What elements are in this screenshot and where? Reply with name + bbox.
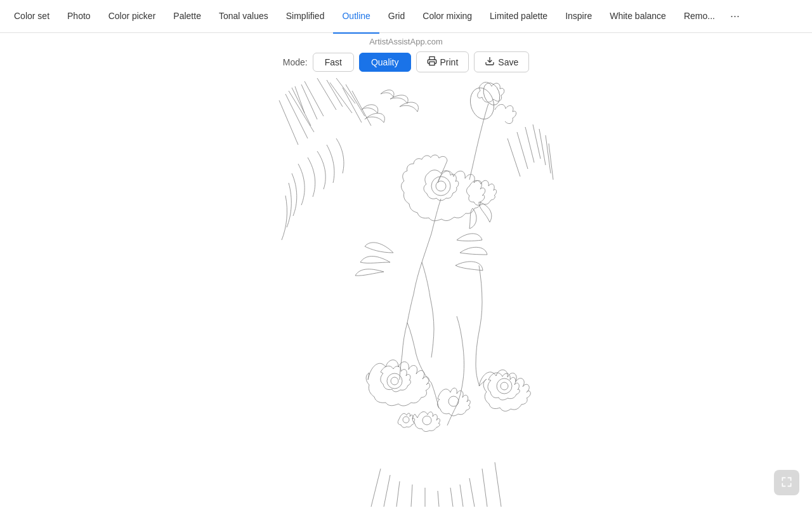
- mode-label: Mode:: [283, 57, 308, 67]
- nav-bar: Color set Photo Color picker Palette Ton…: [0, 0, 812, 33]
- app-subtitle: ArtistAssistApp.com: [0, 37, 812, 46]
- sidebar-item-color-mixing[interactable]: Color mixing: [414, 0, 481, 34]
- outline-drawing: [254, 75, 558, 507]
- svg-line-11: [330, 83, 352, 113]
- svg-point-24: [501, 382, 508, 390]
- svg-point-16: [467, 85, 497, 122]
- sidebar-item-outline[interactable]: Outline: [333, 0, 379, 34]
- sidebar-item-photo[interactable]: Photo: [58, 0, 100, 34]
- svg-line-8: [304, 81, 324, 116]
- sidebar-item-simplified[interactable]: Simplified: [277, 0, 334, 34]
- print-icon: [427, 56, 437, 68]
- svg-line-30: [411, 485, 412, 507]
- svg-line-9: [317, 78, 336, 110]
- save-label: Save: [498, 57, 518, 67]
- svg-line-36: [482, 469, 487, 507]
- canvas-area: [0, 75, 812, 507]
- sidebar-item-grid[interactable]: Grid: [379, 0, 414, 34]
- svg-rect-0: [429, 62, 435, 65]
- mode-fast-button[interactable]: Fast: [313, 53, 354, 72]
- svg-line-40: [525, 127, 534, 163]
- svg-line-33: [450, 488, 453, 507]
- svg-point-19: [436, 181, 446, 191]
- svg-line-5: [279, 100, 298, 145]
- print-label: Print: [440, 57, 459, 67]
- sidebar-item-limited-palette[interactable]: Limited palette: [481, 0, 556, 34]
- svg-line-15: [352, 91, 371, 126]
- sidebar-item-white-balance[interactable]: White balance: [601, 0, 675, 34]
- svg-line-12: [336, 78, 355, 104]
- svg-point-18: [431, 177, 450, 196]
- svg-line-13: [343, 88, 362, 123]
- svg-line-35: [469, 478, 475, 507]
- save-button[interactable]: Save: [474, 51, 529, 72]
- sidebar-item-inspire[interactable]: Inspire: [556, 0, 601, 34]
- svg-line-39: [517, 132, 528, 169]
- mode-quality-button[interactable]: Quality: [359, 53, 411, 72]
- print-button[interactable]: Print: [416, 51, 469, 72]
- svg-line-2: [292, 88, 311, 126]
- svg-line-38: [508, 138, 520, 177]
- svg-line-10: [327, 80, 343, 107]
- svg-point-26: [403, 417, 409, 423]
- sidebar-item-palette[interactable]: Palette: [164, 0, 210, 34]
- svg-point-23: [497, 378, 512, 394]
- svg-line-32: [438, 491, 439, 507]
- mode-bar: Mode: Fast Quality Print Save: [0, 51, 812, 72]
- svg-line-34: [460, 485, 463, 507]
- sidebar-item-remo[interactable]: Remo...: [675, 0, 724, 34]
- expand-icon: [780, 476, 793, 490]
- svg-point-22: [449, 396, 459, 406]
- svg-line-37: [495, 462, 501, 507]
- save-icon: [485, 56, 495, 68]
- expand-button[interactable]: [774, 470, 799, 495]
- sidebar-item-color-picker[interactable]: Color picker: [100, 0, 165, 34]
- svg-point-21: [391, 377, 398, 385]
- sidebar-item-tonal-values[interactable]: Tonal values: [210, 0, 277, 34]
- svg-line-44: [549, 144, 553, 180]
- svg-point-25: [422, 416, 431, 425]
- svg-line-27: [371, 469, 381, 507]
- svg-line-29: [396, 481, 400, 507]
- svg-line-28: [384, 475, 390, 507]
- svg-line-42: [539, 129, 546, 165]
- sidebar-item-color-set[interactable]: Color set: [5, 0, 58, 34]
- more-menu-button[interactable]: ···: [724, 4, 746, 28]
